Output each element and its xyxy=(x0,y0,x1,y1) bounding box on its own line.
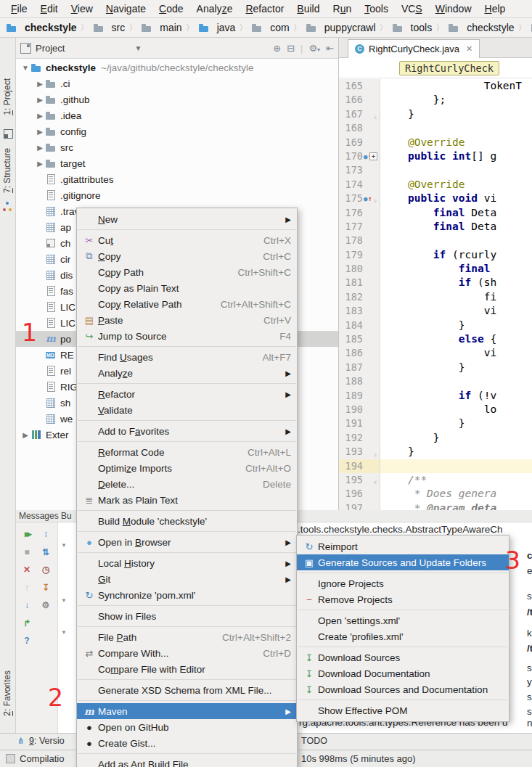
menubar-item[interactable]: File xyxy=(4,3,34,15)
chevron-right-icon[interactable]: ▶ xyxy=(35,112,45,120)
maven-submenu-item-download-documentation[interactable]: ↧Download Documentation xyxy=(297,665,509,681)
context-menu-item-copy-path[interactable]: Copy PathCtrl+Shift+C xyxy=(77,264,297,280)
context-menu-item-cut[interactable]: ✂CutCtrl+X xyxy=(77,232,297,248)
breadcrumb-item[interactable]: checkstyle xyxy=(448,22,514,33)
menubar-item[interactable]: Navigate xyxy=(99,3,152,15)
context-menu-item-build-module-checkstyle[interactable]: Build Module 'checkstyle' xyxy=(77,513,297,529)
locate-icon[interactable]: ⊕ xyxy=(273,43,281,54)
breadcrumb-item[interactable]: src xyxy=(93,22,126,33)
context-menu-item-show-in-files[interactable]: Show in Files xyxy=(77,608,297,624)
settings-icon[interactable]: ⚙ xyxy=(40,599,52,611)
export-icon[interactable]: ↱ xyxy=(21,618,33,629)
close-icon[interactable]: ✕ xyxy=(21,564,33,575)
context-menu-item-add-to-favorites[interactable]: Add to Favorites▶ xyxy=(77,423,297,439)
chevron-down-icon[interactable]: ▼ xyxy=(20,64,30,72)
stop-icon[interactable]: ■ xyxy=(21,546,33,558)
tree-item--gitattributes[interactable]: .gitattributes xyxy=(16,171,338,187)
context-menu-item-reformat-code[interactable]: Reformat CodeCtrl+Alt+L xyxy=(77,444,297,460)
chevron-right-icon[interactable]: ▶ xyxy=(35,144,45,152)
context-menu-item-new[interactable]: New▶ xyxy=(77,211,297,227)
context-menu-item-open-on-github[interactable]: ●Open on GitHub xyxy=(77,719,297,735)
context-menu-item-synchronize-pom-xml[interactable]: ↻Synchronize 'pom.xml' xyxy=(77,587,297,603)
menubar-item[interactable]: Analyze xyxy=(190,3,240,15)
scroll-down-icon[interactable]: ↓ xyxy=(21,599,33,611)
menubar-item[interactable]: VCS xyxy=(395,3,429,15)
view-dropdown-icon[interactable]: ▼ xyxy=(134,44,142,52)
editor-area[interactable]: C RightCurlyCheck.java ✕ RightCurlyCheck… xyxy=(339,38,532,510)
project-tool-icon[interactable] xyxy=(4,129,13,139)
breadcrumb-item[interactable]: main xyxy=(141,22,181,33)
suspend-icon[interactable]: ◷ xyxy=(40,564,52,575)
context-menu-item-copy[interactable]: ⧉CopyCtrl+C xyxy=(77,248,297,264)
sidebar-item-project[interactable]: 1: Project xyxy=(2,78,12,115)
code-editor[interactable]: 165 TokenT166 };167▵ }168169 @Override17… xyxy=(339,79,532,510)
menubar-item[interactable]: Build xyxy=(290,3,326,15)
close-tab-icon[interactable]: ✕ xyxy=(466,44,472,54)
context-menu-item-local-history[interactable]: Local History▶ xyxy=(77,555,297,571)
rerun-icon[interactable]: ▶▶ xyxy=(21,528,33,540)
breadcrumb-item[interactable]: puppycrawl xyxy=(306,22,376,33)
import-icon[interactable]: ↧ xyxy=(40,582,52,594)
menubar-item[interactable]: Tools xyxy=(358,3,395,15)
context-menu-item-add-as-ant-build-file[interactable]: Add as Ant Build File xyxy=(77,756,297,767)
context-menu-item-open-in-browser[interactable]: ●Open in Browser▶ xyxy=(77,534,297,550)
expand-all-icon[interactable]: ↕ xyxy=(40,528,52,540)
tool-window-button-version-control[interactable]: ⋔ 9: Versio xyxy=(17,736,65,746)
hide-panel-icon[interactable]: ⇤ xyxy=(326,43,334,54)
collapse-all-icon[interactable]: ⇅ xyxy=(40,546,52,558)
sidebar-item-structure[interactable]: 7: Structure xyxy=(2,148,12,193)
context-menu-item-create-gist[interactable]: ●Create Gist... xyxy=(77,735,297,751)
help-icon[interactable]: ? xyxy=(21,635,33,647)
context-menu-item-copy-as-plain-text[interactable]: Copy as Plain Text xyxy=(77,280,297,296)
context-menu-item-generate-xsd-schema-from-xml-file[interactable]: Generate XSD Schema from XML File... xyxy=(77,682,297,698)
tool-window-button-todo[interactable]: TODO xyxy=(301,736,327,746)
maven-submenu-item-show-effective-pom[interactable]: Show Effective POM xyxy=(297,702,509,718)
tree-item-config[interactable]: ▶config xyxy=(16,123,338,139)
breadcrumb-item[interactable]: checkstyle xyxy=(6,22,77,33)
context-menu-item-compare-file-with-editor[interactable]: Compare File with Editor xyxy=(77,661,297,677)
fold-handle-icon[interactable]: ▼ xyxy=(61,629,67,636)
menubar-item[interactable]: View xyxy=(65,3,99,15)
breadcrumb-item[interactable]: com xyxy=(251,22,289,33)
breadcrumb-item[interactable]: java xyxy=(198,22,236,33)
fold-expand-icon[interactable]: + xyxy=(369,152,377,160)
maven-submenu-item-create-profiles-xml[interactable]: Create 'profiles.xml' xyxy=(297,628,509,644)
tree-item--gitignore[interactable]: .gitignore xyxy=(16,187,338,203)
sidebar-item-favorites[interactable]: 2: Favorites xyxy=(2,670,12,716)
menubar-item[interactable]: Refactor xyxy=(239,3,290,15)
context-menu-item-optimize-imports[interactable]: Optimize ImportsCtrl+Alt+O xyxy=(77,460,297,476)
tree-item-src[interactable]: ▶src xyxy=(16,139,338,155)
context-menu-item-refactor[interactable]: Refactor▶ xyxy=(77,386,297,402)
menubar-item[interactable]: Edit xyxy=(34,3,65,15)
context-menu-item-find-usages[interactable]: Find UsagesAlt+F7 xyxy=(77,349,297,365)
menubar-item[interactable]: Run xyxy=(327,3,359,15)
context-menu-item-compare-with[interactable]: ⇄Compare With...Ctrl+D xyxy=(77,645,297,661)
fold-handle-icon[interactable]: ▼ xyxy=(61,542,67,549)
context-menu-item-delete[interactable]: Delete...Delete xyxy=(77,476,297,492)
context-menu-item-paste[interactable]: ▤PasteCtrl+V xyxy=(77,312,297,328)
maven-submenu-item-ignore-projects[interactable]: Ignore Projects xyxy=(297,575,509,591)
maven-submenu-item-reimport[interactable]: ↻Reimport xyxy=(297,538,509,554)
context-menu-item-mark-as-plain-text[interactable]: ≣Mark as Plain Text xyxy=(77,492,297,508)
fold-handle-icon[interactable]: ▼ xyxy=(61,597,67,604)
context-menu-item-validate[interactable]: Validate xyxy=(77,402,297,418)
override-method-icon[interactable]: ●↑ xyxy=(364,192,372,206)
context-menu-item-file-path[interactable]: File PathCtrl+Alt+Shift+2 xyxy=(77,629,297,645)
chevron-right-icon[interactable]: ▶ xyxy=(35,128,45,136)
tree-item--idea[interactable]: ▶.idea xyxy=(16,107,338,123)
menubar-item[interactable]: Window xyxy=(429,3,478,15)
context-menu-item-maven[interactable]: mMaven▶ xyxy=(77,703,297,719)
chevron-right-icon[interactable]: ▶ xyxy=(35,96,45,104)
settings-icon[interactable]: ⚙▾ xyxy=(308,43,320,54)
context-menu-item-analyze[interactable]: Analyze▶ xyxy=(77,365,297,381)
menubar-item[interactable]: Code xyxy=(152,3,189,15)
tree-item--github[interactable]: ▶.github xyxy=(16,91,338,107)
context-menu-item-copy-relative-path[interactable]: Copy Relative PathCtrl+Alt+Shift+C xyxy=(77,296,297,312)
maven-submenu-item-open-settings-xml[interactable]: Open 'settings.xml' xyxy=(297,612,509,628)
tree-item-checkstyle[interactable]: ▼checkstyle~/java/github/checkstyle/chec… xyxy=(16,60,338,75)
tab-rightcurlycheck[interactable]: C RightCurlyCheck.java ✕ xyxy=(348,39,480,58)
menubar-item[interactable]: Help xyxy=(478,3,512,15)
chevron-right-icon[interactable]: ▶ xyxy=(35,160,45,168)
maven-submenu-item-download-sources-and-documentation[interactable]: ↧Download Sources and Documentation xyxy=(297,681,509,697)
breadcrumb-item[interactable]: tools xyxy=(392,22,433,33)
